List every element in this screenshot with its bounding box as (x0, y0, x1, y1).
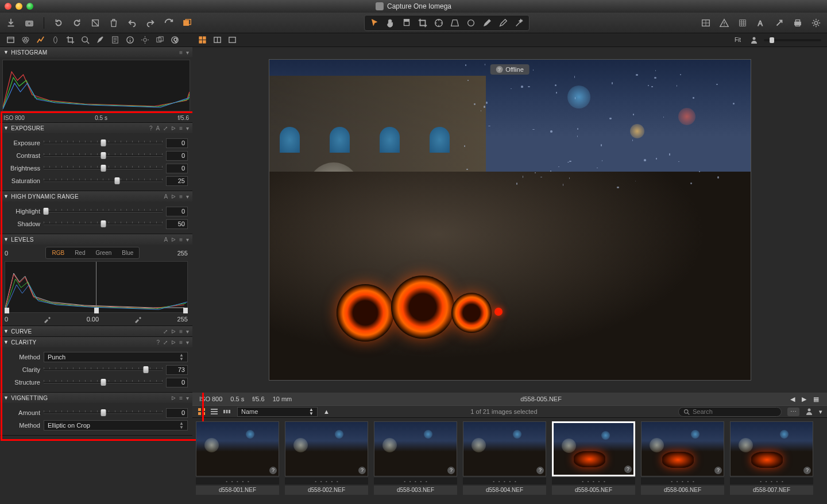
saturation-value[interactable]: 25 (166, 176, 188, 186)
browser-grid-icon[interactable] (197, 407, 206, 416)
capture-icon[interactable] (24, 18, 34, 28)
shadow-value[interactable]: 50 (166, 219, 188, 229)
browser-list-icon[interactable] (210, 407, 219, 416)
annotations-icon[interactable]: A (756, 18, 766, 28)
person-filter-icon[interactable] (805, 408, 813, 416)
levels-header[interactable]: ▼LEVELS Aᐅ≡▾ (0, 234, 192, 245)
channel-red[interactable]: Red (70, 249, 90, 257)
crop-icon[interactable] (418, 18, 428, 28)
brush-icon[interactable] (482, 18, 492, 28)
thumbnail[interactable]: ? • • • • • d558-003.NEF (374, 421, 457, 501)
grid-overlay-icon[interactable] (737, 18, 748, 28)
copy-adjustments-icon[interactable] (182, 18, 192, 28)
wand-icon[interactable] (514, 18, 524, 28)
undo-icon[interactable] (127, 18, 137, 28)
rotate-right-icon[interactable] (72, 18, 82, 28)
browser-filmstrip-icon[interactable] (222, 407, 231, 416)
viewer-grid-icon[interactable] (701, 18, 711, 28)
thumb-rating[interactable]: • • • • • (196, 478, 279, 484)
close-window-button[interactable] (5, 3, 11, 10)
levels-black-handle[interactable] (5, 308, 9, 313)
brightness-value[interactable]: 0 (166, 164, 188, 173)
settings-icon[interactable] (811, 18, 821, 28)
panel-menu-icon[interactable]: ≡ (179, 49, 183, 56)
info-badge-icon[interactable]: ? (803, 467, 811, 474)
spot-icon[interactable] (466, 18, 476, 28)
hand-icon[interactable] (385, 18, 396, 28)
vignetting-header[interactable]: ▼VIGNETTING ᐅ≡▾ (0, 393, 192, 403)
thumbnail[interactable]: ? • • • • • d558-007.NEF (730, 421, 813, 501)
contrast-value[interactable]: 0 (166, 151, 188, 161)
thumbnail[interactable]: ? • • • • • d558-004.NEF (463, 421, 546, 501)
structure-value[interactable]: 0 (166, 378, 188, 387)
details-tab-icon[interactable] (80, 36, 90, 45)
clarity-value[interactable]: 73 (166, 365, 188, 375)
auto-icon[interactable]: A (156, 125, 160, 131)
reset-icon[interactable]: ᐅ (171, 339, 176, 346)
thumbnail[interactable]: ? • • • • • d558-006.NEF (641, 421, 724, 501)
rotate-left-icon[interactable] (53, 18, 64, 28)
info-badge-icon[interactable]: ? (269, 467, 277, 474)
reset-icon[interactable] (90, 18, 101, 28)
thumb-rating[interactable]: • • • • • (463, 478, 546, 484)
metadata-tab-icon[interactable] (110, 36, 119, 45)
shadow-slider[interactable] (44, 220, 163, 228)
highlight-value[interactable]: 0 (166, 207, 188, 216)
info-badge-icon[interactable]: ? (714, 467, 722, 474)
clarity-method-dropdown[interactable]: Punch▲▼ (44, 352, 188, 362)
view-split-icon[interactable] (212, 36, 222, 45)
thumbnail[interactable]: ? • • • • • d558-001.NEF (196, 421, 279, 501)
preset-icon[interactable]: ≡ (179, 125, 183, 131)
vignette-method-dropdown[interactable]: Elliptic on Crop▲▼ (44, 420, 188, 431)
quick-tab-icon[interactable]: Q (170, 36, 179, 45)
eraser-icon[interactable] (498, 18, 508, 28)
straighten-icon[interactable] (434, 18, 444, 28)
expand-icon[interactable]: ⤢ (163, 339, 168, 346)
thumb-rating[interactable]: • • • • • (641, 478, 724, 484)
contrast-slider[interactable] (44, 152, 163, 160)
exposure-tab-icon[interactable] (36, 36, 45, 45)
image-viewer[interactable]: document.write(Array.from({length:60},()… (192, 47, 827, 393)
exposure-slider[interactable] (44, 139, 163, 147)
zoom-fit-label[interactable]: Fit (735, 37, 741, 43)
exposure-header[interactable]: ▼EXPOSURE ?A⤢ᐅ≡▾ (0, 123, 192, 133)
hdr-header[interactable]: ▼HIGH DYNAMIC RANGE Aᐅ≡▾ (0, 191, 192, 201)
histogram-header[interactable]: ▼HISTOGRAM ≡▾ (0, 47, 192, 57)
info-badge-icon[interactable]: ? (447, 467, 455, 474)
auto-icon[interactable]: A (164, 237, 168, 243)
thumb-rating[interactable]: • • • • • (730, 478, 813, 484)
black-picker-icon[interactable] (43, 315, 51, 323)
curve-header[interactable]: ▼CURVE ⤢ᐅ≡▾ (0, 326, 192, 336)
keystone-icon[interactable] (450, 18, 460, 28)
batch-tab-icon[interactable] (155, 36, 164, 45)
view-grid-icon[interactable] (198, 36, 207, 45)
search-input[interactable] (693, 408, 776, 415)
channel-green[interactable]: Green (91, 249, 116, 257)
warning-icon[interactable] (719, 18, 729, 28)
help-icon[interactable]: ? (149, 125, 153, 131)
sort-dropdown[interactable]: Name▲▼ (237, 407, 318, 417)
preset-icon[interactable]: ≡ (179, 395, 183, 401)
rating-filter-icon[interactable]: ▾ (819, 408, 822, 416)
reset-icon[interactable]: ᐅ (171, 395, 176, 401)
exposure-value[interactable]: 0 (166, 138, 188, 148)
info-badge-icon[interactable]: ? (358, 467, 366, 474)
white-picker-icon[interactable] (134, 315, 142, 323)
thumb-rating[interactable]: • • • • • (374, 478, 457, 484)
info-tab-icon[interactable] (125, 36, 134, 45)
thumb-rating[interactable]: • • • • • (552, 478, 635, 484)
redo2-icon[interactable] (164, 18, 174, 28)
zoom-window-button[interactable] (26, 3, 33, 10)
vignette-amount-slider[interactable] (44, 409, 163, 417)
browser-search[interactable] (678, 407, 782, 417)
preset-icon[interactable]: ≡ (179, 237, 183, 243)
trash-icon[interactable] (109, 18, 119, 28)
highlight-slider[interactable] (44, 207, 163, 215)
levels-mid-handle[interactable] (94, 308, 99, 313)
reset-icon[interactable]: ᐅ (171, 193, 176, 200)
expand-icon[interactable]: ⤢ (163, 328, 168, 335)
import-icon[interactable] (6, 18, 16, 28)
view-full-icon[interactable] (227, 36, 237, 45)
minimize-window-button[interactable] (16, 3, 22, 10)
info-badge-icon[interactable]: ? (624, 466, 632, 473)
